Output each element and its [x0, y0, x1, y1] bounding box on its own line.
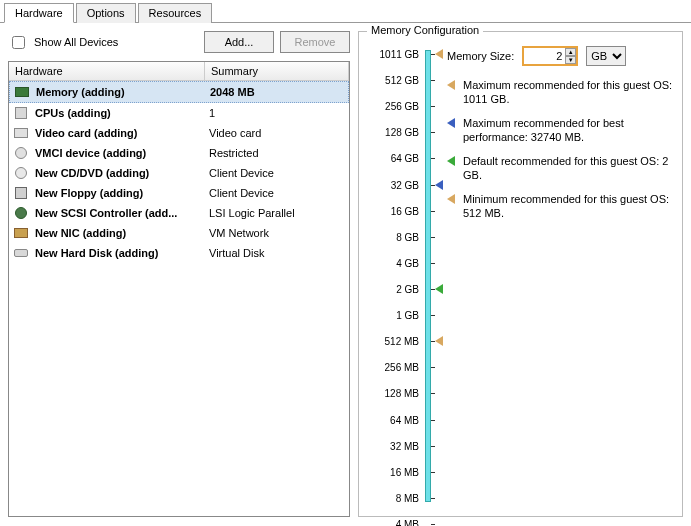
scale-label: 16 MB — [390, 466, 419, 477]
scale-label: 512 GB — [385, 75, 419, 86]
table-row[interactable]: New Hard Disk (adding)Virtual Disk — [9, 243, 349, 263]
hardware-name: Memory (adding) — [36, 86, 210, 98]
disk-icon — [13, 245, 29, 261]
note-marker-icon — [447, 156, 455, 166]
scale-label: 32 GB — [391, 179, 419, 190]
table-row[interactable]: VMCI device (adding)Restricted — [9, 143, 349, 163]
scale-label: 64 GB — [391, 153, 419, 164]
hardware-table: Hardware Summary Memory (adding)2048 MBC… — [8, 61, 350, 517]
hardware-table-header: Hardware Summary — [9, 62, 349, 81]
show-all-devices-checkbox[interactable]: Show All Devices — [8, 33, 118, 52]
hardware-summary: Client Device — [209, 187, 345, 199]
scale-label: 128 MB — [385, 388, 419, 399]
memory-size-down[interactable]: ▼ — [565, 56, 576, 64]
hardware-name: CPUs (adding) — [35, 107, 209, 119]
note-text: Default recommended for this guest OS: 2… — [463, 154, 674, 182]
tab-options[interactable]: Options — [76, 3, 136, 23]
table-row[interactable]: New SCSI Controller (add...LSI Logic Par… — [9, 203, 349, 223]
table-row[interactable]: CPUs (adding)1 — [9, 103, 349, 123]
scale-label: 256 MB — [385, 362, 419, 373]
scsi-icon — [13, 205, 29, 221]
scale-label: 128 GB — [385, 127, 419, 138]
hardware-summary: VM Network — [209, 227, 345, 239]
column-header-summary[interactable]: Summary — [205, 62, 349, 80]
tab-strip: Hardware Options Resources — [0, 0, 691, 23]
memory-size-label: Memory Size: — [447, 50, 514, 62]
memory-scale[interactable]: 1011 GB512 GB256 GB128 GB64 GB32 GB16 GB… — [367, 44, 439, 508]
scale-label: 2 GB — [396, 284, 419, 295]
note-text: Minimum recommended for this guest OS: 5… — [463, 192, 674, 220]
show-all-devices-input[interactable] — [12, 36, 25, 49]
memory-note: Maximum recommended for best performance… — [447, 116, 674, 144]
note-marker-icon — [447, 80, 455, 90]
tab-resources[interactable]: Resources — [138, 3, 213, 23]
floppy-icon — [13, 185, 29, 201]
note-text: Maximum recommended for best performance… — [463, 116, 674, 144]
remove-button: Remove — [280, 31, 350, 53]
hardware-summary: 2048 MB — [210, 86, 344, 98]
table-row[interactable]: New CD/DVD (adding)Client Device — [9, 163, 349, 183]
scale-label: 256 GB — [385, 101, 419, 112]
tab-hardware[interactable]: Hardware — [4, 3, 74, 23]
memory-configuration-group: Memory Configuration 1011 GB512 GB256 GB… — [358, 31, 683, 517]
scale-marker-icon — [435, 180, 443, 190]
hardware-summary: Restricted — [209, 147, 345, 159]
scale-label: 32 MB — [390, 440, 419, 451]
scale-label: 1 GB — [396, 310, 419, 321]
hardware-summary: LSI Logic Parallel — [209, 207, 345, 219]
cd-icon — [13, 165, 29, 181]
note-text: Maximum recommended for this guest OS: 1… — [463, 78, 674, 106]
scale-marker-icon — [435, 284, 443, 294]
scale-label: 4 GB — [396, 257, 419, 268]
memory-icon — [14, 84, 30, 100]
scale-marker-icon — [435, 336, 443, 346]
hardware-name: New Hard Disk (adding) — [35, 247, 209, 259]
hardware-summary: Virtual Disk — [209, 247, 345, 259]
hardware-name: New Floppy (adding) — [35, 187, 209, 199]
scale-marker-icon — [435, 49, 443, 59]
hardware-name: New SCSI Controller (add... — [35, 207, 209, 219]
video-icon — [13, 125, 29, 141]
hardware-name: VMCI device (adding) — [35, 147, 209, 159]
vmci-icon — [13, 145, 29, 161]
cpu-icon — [13, 105, 29, 121]
table-row[interactable]: New NIC (adding)VM Network — [9, 223, 349, 243]
hardware-name: New NIC (adding) — [35, 227, 209, 239]
scale-label: 16 GB — [391, 205, 419, 216]
note-marker-icon — [447, 118, 455, 128]
hardware-summary: Video card — [209, 127, 345, 139]
memory-size-up[interactable]: ▲ — [565, 48, 576, 56]
hardware-summary: 1 — [209, 107, 345, 119]
group-title: Memory Configuration — [367, 24, 483, 36]
memory-scale-bar — [425, 50, 431, 502]
scale-label: 512 MB — [385, 336, 419, 347]
memory-note: Default recommended for this guest OS: 2… — [447, 154, 674, 182]
show-all-devices-label: Show All Devices — [34, 36, 118, 48]
add-button[interactable]: Add... — [204, 31, 274, 53]
memory-note: Minimum recommended for this guest OS: 5… — [447, 192, 674, 220]
scale-label: 8 GB — [396, 231, 419, 242]
scale-label: 1011 GB — [380, 49, 419, 60]
column-header-hardware[interactable]: Hardware — [9, 62, 205, 80]
note-marker-icon — [447, 194, 455, 204]
hardware-name: Video card (adding) — [35, 127, 209, 139]
memory-note: Maximum recommended for this guest OS: 1… — [447, 78, 674, 106]
hardware-summary: Client Device — [209, 167, 345, 179]
memory-unit-select[interactable]: GB — [586, 46, 626, 66]
scale-label: 64 MB — [390, 414, 419, 425]
table-row[interactable]: New Floppy (adding)Client Device — [9, 183, 349, 203]
table-row[interactable]: Video card (adding)Video card — [9, 123, 349, 143]
scale-label: 4 MB — [396, 519, 419, 527]
nic-icon — [13, 225, 29, 241]
scale-label: 8 MB — [396, 492, 419, 503]
table-row[interactable]: Memory (adding)2048 MB — [9, 81, 349, 103]
hardware-name: New CD/DVD (adding) — [35, 167, 209, 179]
